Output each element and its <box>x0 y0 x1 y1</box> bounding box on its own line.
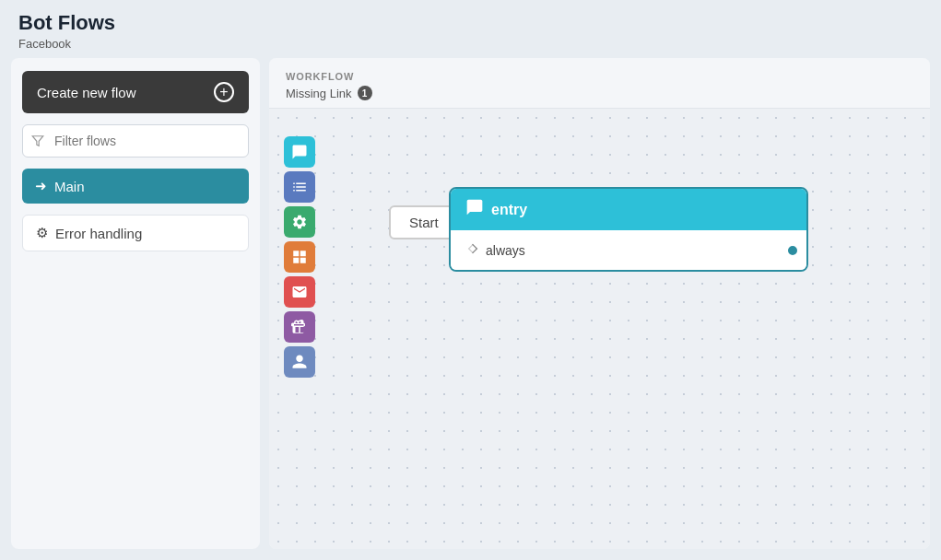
tool-mail-icon[interactable] <box>284 276 315 308</box>
output-connector-dot[interactable] <box>786 244 799 257</box>
page-subtitle: Facebook <box>18 37 923 51</box>
tool-settings-icon[interactable] <box>284 206 315 238</box>
always-label: always <box>486 243 525 258</box>
filter-flows-input[interactable] <box>22 124 249 158</box>
tool-list-icon[interactable] <box>284 171 315 203</box>
sidebar-item-error-handling[interactable]: ⚙ Error handling <box>22 215 249 251</box>
workflow-label: WORKFLOW <box>286 71 913 82</box>
sidebar-item-error-label: Error handling <box>55 226 142 241</box>
page-title: Bot Flows <box>18 11 923 35</box>
page-header: Bot Flows Facebook <box>0 0 941 58</box>
sidebar: Create new flow + ➜ Main ⚙ Error handlin… <box>11 58 260 549</box>
tool-icons-panel <box>284 136 315 378</box>
svg-marker-0 <box>32 136 43 146</box>
always-row: always <box>465 241 792 259</box>
create-new-flow-button[interactable]: Create new flow + <box>22 71 249 113</box>
canvas-area: WORKFLOW Missing Link 1 <box>269 58 930 549</box>
plus-icon: + <box>214 82 234 102</box>
info-badge: 1 <box>358 86 372 100</box>
missing-link-bar: Missing Link 1 <box>286 86 913 100</box>
canvas-header: WORKFLOW Missing Link 1 <box>269 58 930 109</box>
start-node-label: Start <box>409 215 439 230</box>
sidebar-item-main[interactable]: ➜ Main <box>22 169 249 204</box>
sidebar-item-main-label: Main <box>54 179 85 194</box>
entry-node[interactable]: entry always <box>449 187 808 272</box>
main-arrow-icon: ➜ <box>35 178 47 194</box>
main-content: Create new flow + ➜ Main ⚙ Error handlin… <box>0 58 941 560</box>
missing-link-text: Missing Link <box>286 87 352 100</box>
create-btn-label: Create new flow <box>37 85 136 100</box>
entry-node-body: always <box>451 230 806 270</box>
entry-node-header: entry <box>451 189 806 230</box>
canvas-body[interactable]: Start entry always <box>269 109 930 549</box>
error-handling-icon: ⚙ <box>36 225 48 241</box>
entry-node-icon <box>465 198 484 221</box>
tool-grid-icon[interactable] <box>284 241 315 273</box>
tool-user-icon[interactable] <box>284 346 315 378</box>
entry-node-title: entry <box>491 202 527 218</box>
tool-gift-icon[interactable] <box>284 311 315 343</box>
filter-icon <box>31 134 44 147</box>
tool-message-icon[interactable] <box>284 136 315 168</box>
filter-input-wrap <box>22 124 249 158</box>
always-icon <box>465 241 480 259</box>
